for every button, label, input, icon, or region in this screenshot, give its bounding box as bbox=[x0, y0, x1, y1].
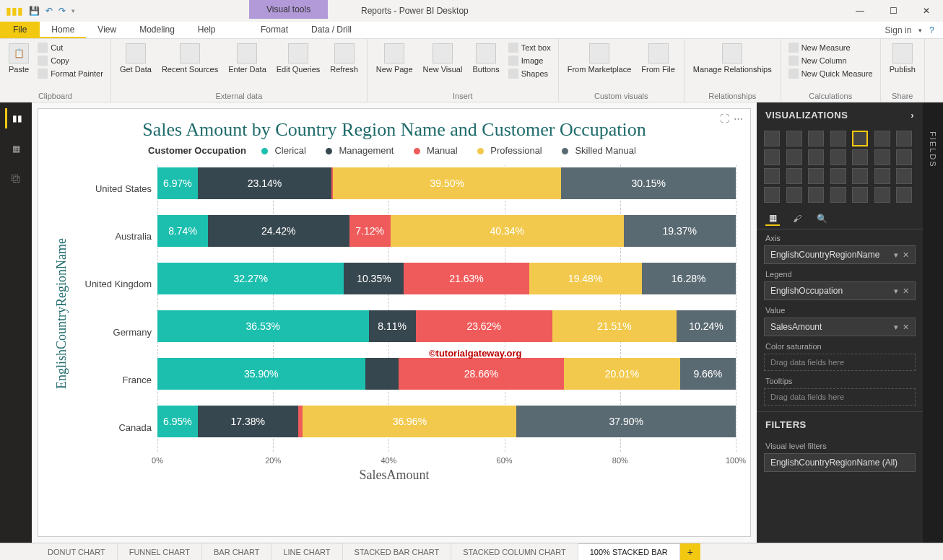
fields-tab-icon[interactable]: ▦ bbox=[765, 211, 780, 226]
from-marketplace-button[interactable]: From Marketplace bbox=[565, 42, 635, 75]
model-view-icon[interactable]: ⿻ bbox=[6, 169, 26, 189]
copy-button[interactable]: Copy bbox=[36, 55, 105, 66]
filter-item[interactable]: EnglishCountryRegionName (All) bbox=[764, 453, 916, 472]
enter-data-button[interactable]: Enter Data bbox=[225, 42, 269, 75]
buttons-button[interactable]: Buttons bbox=[469, 42, 502, 75]
manage-relationships-button[interactable]: Manage Relationships bbox=[690, 42, 775, 75]
bar-segment[interactable]: 10.24% bbox=[677, 310, 736, 342]
redo-icon[interactable]: ↷ bbox=[58, 6, 66, 16]
close-button[interactable]: ✕ bbox=[910, 0, 943, 22]
bar-row[interactable]: 32.27%10.35%21.63%19.48%16.28% bbox=[157, 260, 736, 297]
qat-dropdown-icon[interactable]: ▾ bbox=[71, 7, 75, 14]
viz-type-icon[interactable] bbox=[896, 187, 912, 203]
bar-segment[interactable]: 6.95% bbox=[157, 406, 198, 437]
bar-segment[interactable]: 19.37% bbox=[624, 215, 736, 247]
bar-segment[interactable]: 36.53% bbox=[157, 310, 369, 342]
viz-type-icon[interactable] bbox=[764, 149, 780, 165]
refresh-button[interactable]: Refresh bbox=[327, 42, 361, 75]
signin-dropdown-icon[interactable]: ▾ bbox=[918, 27, 922, 34]
bar-row[interactable]: 36.53%8.11%23.62%21.51%10.24% bbox=[157, 307, 736, 345]
legend-item[interactable]: Clerical bbox=[257, 145, 310, 156]
bar-segment[interactable]: 39.50% bbox=[333, 167, 561, 199]
bar-segment[interactable]: 24.42% bbox=[208, 215, 349, 247]
bar-segment[interactable]: 9.66% bbox=[680, 358, 736, 390]
viz-type-icon[interactable] bbox=[830, 131, 846, 146]
chevron-down-icon[interactable]: ▾ bbox=[894, 250, 898, 260]
bar-segment[interactable]: 7.12% bbox=[349, 215, 391, 247]
viz-type-icon[interactable] bbox=[874, 187, 890, 203]
legend-item[interactable]: Manual bbox=[409, 145, 462, 156]
tab-home[interactable]: Home bbox=[40, 22, 86, 38]
viz-type-icon[interactable] bbox=[764, 168, 780, 184]
visual-frame[interactable]: ⛶ ⋯ Sales Amount by Country Region Name … bbox=[38, 108, 751, 537]
bar-segment[interactable]: 32.27% bbox=[157, 263, 344, 294]
bar-segment[interactable]: 19.48% bbox=[529, 263, 642, 294]
bar-row[interactable]: 8.74%24.42%7.12%40.34%19.37% bbox=[157, 212, 736, 250]
format-tab-icon[interactable]: 🖌 bbox=[790, 211, 804, 226]
page-tab[interactable]: 100% STACKED BAR bbox=[578, 543, 680, 560]
visualizations-header[interactable]: VISUALIZATIONS› bbox=[757, 102, 923, 128]
viz-type-icon[interactable] bbox=[808, 131, 824, 146]
legend-field-well[interactable]: EnglishOccupation▾✕ bbox=[764, 281, 916, 300]
viz-type-icon[interactable] bbox=[852, 149, 868, 165]
report-canvas[interactable]: ⛶ ⋯ Sales Amount by Country Region Name … bbox=[32, 102, 757, 543]
undo-icon[interactable]: ↶ bbox=[45, 6, 53, 16]
save-icon[interactable]: 💾 bbox=[29, 6, 40, 16]
bar-segment[interactable]: 36.96% bbox=[303, 406, 516, 437]
page-tab[interactable]: STACKED COLUMN CHART bbox=[451, 543, 578, 560]
bar-segment[interactable]: 17.38% bbox=[198, 406, 298, 437]
page-tab[interactable]: LINE CHART bbox=[271, 543, 342, 560]
bar-segment[interactable]: 23.62% bbox=[416, 310, 552, 342]
tab-modeling[interactable]: Modeling bbox=[128, 22, 186, 38]
bar-row[interactable]: 35.90%28.66%20.01%9.66% bbox=[157, 355, 736, 393]
viz-type-icon[interactable] bbox=[896, 168, 912, 184]
viz-type-icon[interactable] bbox=[852, 187, 868, 203]
viz-type-icon[interactable] bbox=[786, 187, 802, 203]
page-tab[interactable]: FUNNEL CHART bbox=[118, 543, 202, 560]
filters-header[interactable]: FILTERS bbox=[757, 411, 923, 437]
viz-type-icon[interactable] bbox=[764, 131, 780, 146]
viz-type-icon[interactable] bbox=[786, 131, 802, 146]
page-tab[interactable]: STACKED BAR CHART bbox=[343, 543, 452, 560]
page-tab[interactable]: DONUT CHART bbox=[36, 543, 118, 560]
bar-row[interactable]: 6.97%23.14%39.50%30.15% bbox=[157, 165, 736, 202]
chevron-down-icon[interactable]: ▾ bbox=[894, 286, 898, 296]
edit-queries-button[interactable]: Edit Queries bbox=[274, 42, 323, 75]
bar-segment[interactable]: 6.97% bbox=[157, 167, 198, 199]
new-measure-button[interactable]: New Measure bbox=[787, 42, 874, 53]
page-tab[interactable]: BAR CHART bbox=[202, 543, 271, 560]
viz-type-icon[interactable] bbox=[896, 149, 912, 165]
viz-type-icon[interactable] bbox=[852, 131, 868, 146]
remove-field-icon[interactable]: ✕ bbox=[903, 250, 909, 260]
bar-segment[interactable]: 21.63% bbox=[404, 263, 529, 294]
new-column-button[interactable]: New Column bbox=[787, 55, 874, 66]
bar-segment[interactable]: 16.28% bbox=[642, 263, 736, 294]
add-page-button[interactable]: + bbox=[680, 543, 700, 560]
bar-segment[interactable]: 28.66% bbox=[399, 358, 565, 390]
tab-help[interactable]: Help bbox=[186, 22, 227, 38]
value-field-well[interactable]: SalesAmount▾✕ bbox=[764, 318, 916, 336]
sign-in-link[interactable]: Sign in bbox=[885, 25, 912, 35]
legend-item[interactable]: Management bbox=[321, 145, 398, 156]
viz-type-icon[interactable] bbox=[874, 168, 890, 184]
tab-view[interactable]: View bbox=[86, 22, 128, 38]
bar-row[interactable]: 6.95%17.38%36.96%37.90% bbox=[157, 403, 736, 440]
viz-type-icon[interactable] bbox=[830, 149, 846, 165]
legend-item[interactable]: Professional bbox=[473, 145, 547, 156]
bar-segment[interactable]: 8.11% bbox=[369, 310, 416, 342]
bar-segment[interactable]: 23.14% bbox=[198, 167, 331, 199]
tab-data-drill[interactable]: Data / Drill bbox=[300, 22, 363, 38]
viz-type-icon[interactable] bbox=[874, 149, 890, 165]
fields-pane-collapsed[interactable]: FIELDS bbox=[923, 102, 943, 543]
get-data-button[interactable]: Get Data bbox=[117, 42, 155, 75]
publish-button[interactable]: Publish bbox=[887, 42, 918, 75]
viz-type-icon[interactable] bbox=[786, 168, 802, 184]
new-visual-button[interactable]: New Visual bbox=[420, 42, 466, 75]
format-painter-button[interactable]: Format Painter bbox=[36, 68, 105, 79]
bar-segment[interactable]: 35.90% bbox=[157, 358, 365, 390]
bar-segment[interactable]: 8.74% bbox=[157, 215, 208, 247]
maximize-button[interactable]: ☐ bbox=[877, 0, 910, 22]
legend-item[interactable]: Skilled Manual bbox=[557, 145, 640, 156]
report-view-icon[interactable]: ▮▮ bbox=[5, 108, 25, 128]
cut-button[interactable]: Cut bbox=[36, 42, 105, 53]
